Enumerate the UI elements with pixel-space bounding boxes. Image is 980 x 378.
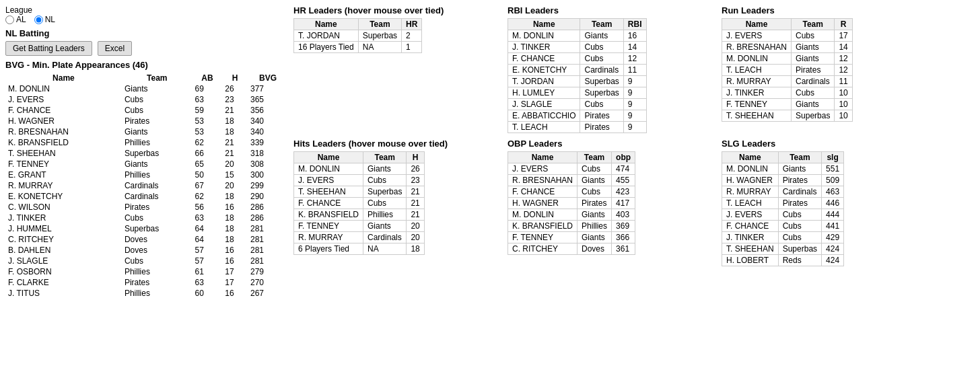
hits-leaders-panel: Hits Leaders (hover mouse over tied) Nam… xyxy=(293,139,502,266)
hits-leaders-table: NameTeamH M. DONLINGiants26J. EVERSCubs2… xyxy=(293,151,425,255)
slg-leaders-panel: SLG Leaders NameTeamslg M. DONLINGiants5… xyxy=(722,139,975,266)
table-row: B. DAHLENDoves5716281 xyxy=(5,245,288,256)
hr-leaders-table: NameTeamHR T. JORDANSuperbas216 Players … xyxy=(293,18,422,53)
table-row: R. BRESNAHANGiants5318340 xyxy=(5,126,288,137)
hr-leaders-panel: HR Leaders (hover mouse over tied) NameT… xyxy=(293,5,502,133)
table-row: M. DONLINGiants12 xyxy=(722,53,853,65)
table-row: J. EVERSCubs23 xyxy=(294,175,425,186)
hits-leaders-title: Hits Leaders (hover mouse over tied) xyxy=(293,139,502,149)
rbi-leaders-panel: RBI Leaders NameTeamRBI M. DONLINGiants1… xyxy=(508,5,716,133)
table-row: M. DONLINGiants6926377 xyxy=(5,83,288,94)
bvg-title: BVG - Min. Plate Appearances (46) xyxy=(5,60,288,70)
table-row: R. MURRAYCardinals11 xyxy=(722,76,853,87)
rbi-leaders-title: RBI Leaders xyxy=(508,5,716,15)
rbi-leaders-table: NameTeamRBI M. DONLINGiants16J. TINKERCu… xyxy=(508,18,647,133)
table-row: C. WILSONPirates5616286 xyxy=(5,202,288,213)
table-row: H. WAGNERPirates417 xyxy=(508,198,635,209)
table-row: 6 Players TiedNA18 xyxy=(294,243,425,255)
table-row: F. CHANCECubs12 xyxy=(508,53,647,65)
table-row: H. LUMLEYSuperbas9 xyxy=(508,87,647,99)
table-row: M. DONLINGiants16 xyxy=(508,30,647,42)
table-row: M. DONLINGiants26 xyxy=(294,163,425,175)
table-row: H. LOBERTReds424 xyxy=(722,255,844,266)
table-row: 16 Players TiedNA1 xyxy=(294,42,422,53)
table-row: E. GRANTPhillies5015300 xyxy=(5,169,288,180)
table-row: J. EVERSCubs6323365 xyxy=(5,94,288,105)
batting-title: NL Batting xyxy=(5,28,288,38)
table-row: J. TINKERCubs429 xyxy=(722,232,844,243)
table-row: K. BRANSFIELDPhillies6221339 xyxy=(5,137,288,148)
table-row: J. EVERSCubs444 xyxy=(722,209,844,221)
table-row: C. RITCHEYDoves6418281 xyxy=(5,234,288,245)
table-row: K. BRANSFIELDPhillies21 xyxy=(294,209,425,221)
table-row: J. HUMMELSuperbas6418281 xyxy=(5,223,288,234)
radio-nl[interactable]: NL xyxy=(34,15,55,24)
table-row: T. LEACHPirates12 xyxy=(722,65,853,76)
table-row: F. CHANCECubs441 xyxy=(722,221,844,232)
table-row: R. BRESNAHANGiants455 xyxy=(508,175,635,186)
table-row: T. LEACHPirates9 xyxy=(508,122,647,133)
run-leaders-panel: Run Leaders NameTeamR J. EVERSCubs17R. B… xyxy=(722,5,975,133)
table-row: F. TENNEYGiants6520308 xyxy=(5,159,288,169)
slg-leaders-title: SLG Leaders xyxy=(722,139,975,149)
table-row: F. TENNEYGiants10 xyxy=(722,99,853,110)
table-row: H. WAGNERPirates5318340 xyxy=(5,116,288,126)
table-row: K. BRANSFIELDPhillies369 xyxy=(508,221,635,232)
table-row: C. RITCHEYDoves361 xyxy=(508,243,635,255)
table-row: E. ABBATICCHIOPirates9 xyxy=(508,110,647,122)
table-row: H. WAGNERPirates509 xyxy=(722,175,844,186)
run-leaders-title: Run Leaders xyxy=(722,5,975,15)
bvg-table: NameTeamABHBVG M. DONLINGiants6926377J. … xyxy=(5,73,288,299)
table-row: J. SLAGLECubs9 xyxy=(508,99,647,110)
table-row: J. TINKERCubs14 xyxy=(508,42,647,53)
table-row: M. DONLINGiants551 xyxy=(722,163,844,175)
slg-leaders-table: NameTeamslg M. DONLINGiants551H. WAGNERP… xyxy=(722,151,844,266)
table-row: F. CHANCECubs5921356 xyxy=(5,105,288,116)
get-batting-leaders-button[interactable]: Get Batting Leaders xyxy=(5,41,92,56)
table-row: F. TENNEYGiants366 xyxy=(508,232,635,243)
table-row: F. CLARKEPirates6317270 xyxy=(5,277,288,288)
table-row: R. BRESNAHANGiants14 xyxy=(722,42,853,53)
table-row: T. SHEEHANSuperbas424 xyxy=(722,243,844,255)
table-row: T. LEACHPirates446 xyxy=(722,198,844,209)
hr-leaders-title: HR Leaders (hover mouse over tied) xyxy=(293,5,502,15)
table-row: F. CHANCECubs423 xyxy=(508,186,635,198)
table-row: R. MURRAYCardinals463 xyxy=(722,186,844,198)
table-row: E. KONETCHYCardinals11 xyxy=(508,65,647,76)
table-row: J. TINKERCubs6318286 xyxy=(5,213,288,223)
table-row: R. MURRAYCardinals20 xyxy=(294,232,425,243)
table-row: J. TINKERCubs10 xyxy=(722,87,853,99)
table-row: J. SLAGLECubs5716281 xyxy=(5,256,288,266)
table-row: T. JORDANSuperbas9 xyxy=(508,76,647,87)
table-row: J. TITUSPhillies6016267 xyxy=(5,288,288,299)
obp-leaders-table: NameTeamobp J. EVERSCubs474R. BRESNAHANG… xyxy=(508,151,635,255)
radio-al[interactable]: AL xyxy=(5,15,26,24)
table-row: F. OSBORNPhillies6117279 xyxy=(5,266,288,277)
run-leaders-table: NameTeamR J. EVERSCubs17R. BRESNAHANGian… xyxy=(722,18,853,122)
table-row: T. SHEEHANSuperbas10 xyxy=(722,110,853,122)
table-row: T. SHEEHANSuperbas21 xyxy=(294,186,425,198)
table-row: F. CHANCECubs21 xyxy=(294,198,425,209)
excel-button[interactable]: Excel xyxy=(98,41,132,56)
table-row: R. MURRAYCardinals6720299 xyxy=(5,180,288,191)
table-row: F. TENNEYGiants20 xyxy=(294,221,425,232)
table-row: T. SHEEHANSuperbas6621318 xyxy=(5,148,288,159)
table-row: J. EVERSCubs17 xyxy=(722,30,853,42)
table-row: J. EVERSCubs474 xyxy=(508,163,635,175)
obp-leaders-panel: OBP Leaders NameTeamobp J. EVERSCubs474R… xyxy=(508,139,716,266)
table-row: E. KONETCHYCardinals6218290 xyxy=(5,191,288,202)
obp-leaders-title: OBP Leaders xyxy=(508,139,716,149)
table-row: M. DONLINGiants403 xyxy=(508,209,635,221)
table-row: T. JORDANSuperbas2 xyxy=(294,30,422,42)
league-label: League xyxy=(5,5,32,15)
